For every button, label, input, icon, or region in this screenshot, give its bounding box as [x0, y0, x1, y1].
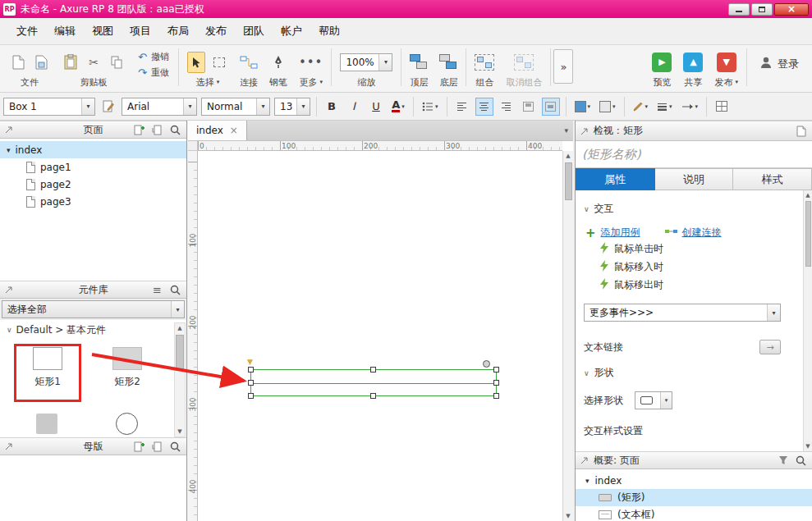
underline-button[interactable]: U: [367, 98, 385, 116]
expand-triangle-icon[interactable]: ▾: [7, 146, 11, 154]
event-mouse-leave[interactable]: 鼠标移出时: [600, 276, 803, 294]
menu-team[interactable]: 团队: [235, 20, 273, 43]
copy-icon[interactable]: [108, 52, 126, 73]
widget-rect2-label[interactable]: 矩形2: [94, 375, 160, 389]
search-icon[interactable]: [169, 124, 181, 136]
align-center-button[interactable]: [475, 98, 493, 116]
menu-help[interactable]: 帮助: [310, 20, 348, 43]
outline-item-textbox[interactable]: (文本框): [576, 506, 812, 521]
page-tree-item-index[interactable]: ▾index: [0, 141, 186, 158]
panel-pin-icon[interactable]: [5, 126, 13, 134]
outline-item-index[interactable]: ▾index: [576, 472, 812, 489]
search-icon[interactable]: [169, 441, 181, 453]
cut-icon[interactable]: ✂: [85, 52, 103, 73]
scroll-up-icon[interactable]: ▲: [805, 190, 810, 200]
interaction-section-header[interactable]: ∨交互: [584, 202, 803, 216]
widget-rect1-label[interactable]: 矩形1: [15, 375, 80, 389]
more-tools-icon[interactable]: •••: [299, 52, 323, 73]
expand-triangle-icon[interactable]: ▾: [585, 477, 590, 485]
shape-section-header[interactable]: ∨形状: [584, 366, 803, 380]
maximize-button[interactable]: [751, 3, 773, 16]
background-color-button[interactable]: ▾: [597, 98, 618, 116]
bold-button[interactable]: B: [323, 98, 341, 116]
publish-icon[interactable]: ▼: [717, 53, 736, 72]
valign-top-button[interactable]: [520, 98, 538, 116]
widget-placeholder-icon[interactable]: [36, 414, 57, 434]
scroll-up-icon[interactable]: ▲: [177, 323, 181, 333]
notes-page-icon[interactable]: [795, 125, 807, 137]
menu-view[interactable]: 视图: [84, 20, 122, 43]
add-master-icon[interactable]: [133, 441, 145, 453]
interaction-style-link[interactable]: 交互样式设置: [584, 424, 803, 438]
panel-pin-icon[interactable]: [580, 456, 589, 464]
inspector-scrollbar[interactable]: ▲ ▼: [803, 190, 812, 451]
widget-name-input[interactable]: [576, 141, 812, 168]
paste-icon[interactable]: [62, 52, 80, 73]
undo-button[interactable]: ↶撤销: [138, 51, 169, 63]
select-shape-dropdown[interactable]: ▾: [635, 391, 672, 409]
filter-icon[interactable]: [777, 455, 789, 467]
canvas-tab-index[interactable]: index×: [188, 121, 247, 140]
fill-color-button[interactable]: ▾: [572, 98, 594, 116]
widget-rect2-icon[interactable]: [112, 347, 142, 370]
panel-pin-icon[interactable]: [5, 286, 13, 294]
resize-handle[interactable]: [370, 393, 376, 399]
search-icon[interactable]: [795, 455, 807, 467]
menu-edit[interactable]: 编辑: [46, 20, 84, 43]
menu-icon[interactable]: ≡: [151, 284, 163, 296]
outline-item-rectangle[interactable]: (矩形): [576, 489, 812, 506]
shape-rotate-handle[interactable]: [483, 360, 490, 368]
event-mouse-enter[interactable]: 鼠标移入时: [600, 258, 803, 276]
widget-filter-dropdown[interactable]: 选择全部▾: [2, 300, 185, 318]
pen-tool-icon[interactable]: [269, 52, 287, 73]
group-icon[interactable]: [475, 52, 494, 73]
table-grid-button[interactable]: [713, 98, 731, 116]
tab-close-icon[interactable]: ×: [230, 125, 238, 136]
close-button[interactable]: ×: [774, 3, 809, 16]
widget-panel-scrollbar[interactable]: ▲ ▼: [174, 322, 186, 437]
canvas-rectangle-widget[interactable]: [250, 369, 497, 396]
scroll-down-icon[interactable]: ▼: [177, 427, 181, 436]
arrow-style-button[interactable]: ▾: [679, 98, 701, 116]
page-tree-item-page2[interactable]: page2: [0, 176, 186, 193]
create-link-link[interactable]: 创建连接: [682, 226, 722, 240]
resize-handle[interactable]: [493, 367, 499, 372]
login-button[interactable]: 登录: [750, 48, 809, 71]
canvas-scrollbar[interactable]: ▲ ▼: [562, 151, 573, 521]
resize-handle[interactable]: [248, 380, 254, 386]
font-style-dropdown[interactable]: Normal▾: [201, 98, 270, 116]
scroll-thumb[interactable]: [176, 335, 184, 371]
edit-style-icon[interactable]: [99, 98, 117, 116]
menu-file[interactable]: 文件: [8, 20, 46, 43]
add-child-page-icon[interactable]: [151, 124, 163, 136]
scroll-thumb[interactable]: [565, 162, 572, 200]
italic-button[interactable]: I: [345, 98, 363, 116]
toolbar-overflow-button[interactable]: »: [553, 49, 573, 84]
bring-to-front-icon[interactable]: [410, 52, 428, 73]
align-left-button[interactable]: [453, 98, 471, 116]
publish-label[interactable]: 发布▾: [714, 75, 738, 89]
canvas-body[interactable]: ▼: [198, 151, 562, 521]
scroll-down-icon[interactable]: ▼: [805, 441, 810, 451]
more-tools-label[interactable]: 更多▾: [299, 75, 323, 89]
menu-publish[interactable]: 发布: [197, 20, 235, 43]
add-folder-icon[interactable]: [151, 441, 163, 453]
connect-tool-icon[interactable]: [240, 52, 258, 73]
share-icon[interactable]: ▲: [683, 53, 703, 72]
border-color-button[interactable]: ▾: [631, 98, 651, 116]
page-tree-item-page1[interactable]: page1: [0, 158, 186, 176]
widget-library-section[interactable]: ∨Default > 基本元件: [0, 322, 186, 337]
tab-style[interactable]: 样式: [733, 168, 812, 190]
tab-properties[interactable]: 属性: [576, 168, 655, 190]
panel-pin-icon[interactable]: [580, 127, 589, 135]
resize-handle[interactable]: [493, 393, 499, 399]
valign-middle-button[interactable]: [542, 98, 560, 116]
bullet-list-button[interactable]: ▾: [420, 98, 441, 116]
scroll-up-icon[interactable]: ▲: [566, 151, 570, 161]
redo-button[interactable]: ↷重做: [138, 66, 169, 79]
font-color-button[interactable]: A▾: [389, 98, 407, 116]
resize-handle[interactable]: [248, 393, 254, 399]
resize-handle[interactable]: [493, 380, 499, 386]
page-tree-item-page3[interactable]: page3: [0, 193, 186, 210]
scroll-down-icon[interactable]: ▼: [566, 511, 570, 521]
